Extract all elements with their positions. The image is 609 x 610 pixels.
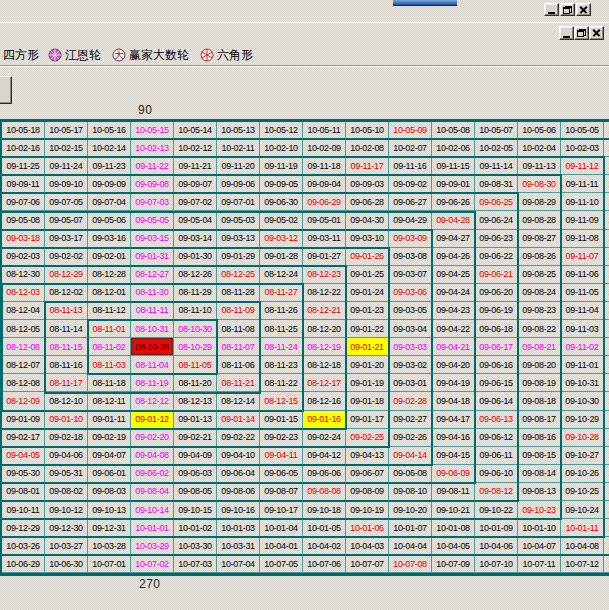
date-cell[interactable]: 09-08-04 — [131, 483, 174, 501]
date-cell[interactable]: 09-04-07 — [88, 447, 131, 465]
date-cell[interactable]: 09-06-10 — [475, 465, 518, 483]
date-cell[interactable]: 10-05-12 — [260, 121, 303, 139]
date-cell[interactable]: 08-12-05 — [2, 320, 45, 338]
date-cell[interactable]: 09-11-10 — [561, 193, 604, 211]
date-cell[interactable]: 10-02-08 — [346, 139, 389, 157]
date-cell[interactable]: 09-01-25 — [346, 266, 389, 284]
date-cell[interactable]: 08-12-24 — [260, 266, 303, 284]
date-cell[interactable]: 10-01-29 — [604, 211, 609, 229]
date-cell[interactable]: 09-08-19 — [518, 374, 561, 392]
date-cell[interactable]: 09-06-30 — [260, 193, 303, 211]
date-cell[interactable]: 09-06-14 — [475, 392, 518, 410]
date-cell[interactable]: 09-01-23 — [346, 302, 389, 320]
date-cell[interactable]: 10-04-08 — [561, 537, 604, 555]
date-cell[interactable]: 08-12-20 — [303, 320, 346, 338]
date-cell[interactable]: 08-12-09 — [2, 392, 45, 410]
date-cell[interactable]: 10-07-02 — [131, 555, 174, 573]
date-cell[interactable]: 09-07-05 — [45, 193, 88, 211]
date-cell[interactable]: 08-12-23 — [303, 266, 346, 284]
date-cell[interactable]: 08-11-16 — [45, 356, 88, 374]
date-cell[interactable]: 09-03-11 — [303, 230, 346, 248]
date-cell[interactable]: 09-05-07 — [45, 211, 88, 229]
date-cell[interactable]: 09-06-29 — [303, 193, 346, 211]
date-cell[interactable]: 09-02-24 — [303, 429, 346, 447]
date-cell[interactable]: 10-06-29 — [2, 555, 45, 573]
date-cell[interactable]: 09-11-06 — [561, 266, 604, 284]
date-cell[interactable]: 09-06-26 — [432, 193, 475, 211]
date-cell[interactable]: 09-03-02 — [389, 356, 432, 374]
date-cell[interactable]: 09-03-16 — [88, 230, 131, 248]
date-cell[interactable]: 09-09-02 — [389, 175, 432, 193]
date-cell[interactable]: 08-12-15 — [260, 392, 303, 410]
date-cell[interactable]: 10-02-13 — [131, 139, 174, 157]
date-cell[interactable]: 09-08-26 — [518, 248, 561, 266]
date-cell[interactable]: 08-11-26 — [260, 302, 303, 320]
minimize-button[interactable] — [544, 3, 559, 16]
date-cell[interactable]: 10-07-09 — [432, 555, 475, 573]
date-cell[interactable]: 09-04-28 — [432, 211, 475, 229]
date-cell[interactable]: 10-05-09 — [389, 121, 432, 139]
date-cell[interactable]: 09-08-13 — [518, 483, 561, 501]
date-cell[interactable]: 09-03-08 — [389, 248, 432, 266]
date-cell[interactable]: 09-08-21 — [518, 338, 561, 356]
date-cell[interactable]: 09-06-22 — [475, 248, 518, 266]
date-cell[interactable]: 10-03-26 — [2, 537, 45, 555]
date-cell[interactable]: 10-03-31 — [217, 537, 260, 555]
date-cell[interactable]: 08-11-05 — [174, 356, 217, 374]
date-cell[interactable]: 09-05-31 — [45, 465, 88, 483]
date-cell[interactable]: 10-07-12 — [561, 555, 604, 573]
date-cell[interactable]: 10-02-02 — [604, 139, 609, 157]
date-cell[interactable]: 09-01-31 — [131, 248, 174, 266]
date-cell[interactable]: 09-11-22 — [131, 157, 174, 175]
date-cell[interactable]: 09-10-20 — [389, 501, 432, 519]
date-cell[interactable]: 08-12-26 — [174, 266, 217, 284]
date-cell[interactable]: 09-09-04 — [303, 175, 346, 193]
date-cell[interactable]: 09-06-18 — [475, 320, 518, 338]
date-cell[interactable]: 10-01-01 — [131, 519, 174, 537]
date-cell[interactable]: 10-01-25 — [604, 284, 609, 302]
date-cell[interactable]: 09-10-14 — [131, 501, 174, 519]
date-cell[interactable]: 09-11-04 — [561, 302, 604, 320]
date-cell[interactable]: 09-10-11 — [2, 501, 45, 519]
date-cell[interactable]: 09-11-01 — [561, 356, 604, 374]
date-cell[interactable]: 09-01-26 — [346, 248, 389, 266]
date-cell[interactable]: 08-12-07 — [2, 356, 45, 374]
date-cell[interactable]: 10-01-06 — [346, 519, 389, 537]
date-cell[interactable]: 10-07-05 — [260, 555, 303, 573]
date-cell[interactable]: 09-08-15 — [518, 447, 561, 465]
date-cell[interactable]: 08-11-06 — [217, 356, 260, 374]
date-cell[interactable]: 09-03-13 — [217, 230, 260, 248]
date-cell[interactable]: 10-01-20 — [604, 374, 609, 392]
date-cell[interactable]: 09-10-12 — [45, 501, 88, 519]
date-cell[interactable]: 08-11-13 — [45, 302, 88, 320]
date-cell[interactable]: 09-11-07 — [561, 248, 604, 266]
date-cell[interactable]: 09-07-04 — [88, 193, 131, 211]
date-cell[interactable]: 09-07-02 — [174, 193, 217, 211]
date-cell[interactable]: 09-06-01 — [88, 465, 131, 483]
date-cell[interactable]: 08-11-28 — [217, 284, 260, 302]
date-cell[interactable]: 10-01-15 — [604, 465, 609, 483]
date-cell[interactable]: 09-06-28 — [346, 193, 389, 211]
date-cell[interactable]: 09-01-27 — [303, 248, 346, 266]
date-cell[interactable]: 09-02-25 — [346, 429, 389, 447]
date-cell[interactable]: 09-06-15 — [475, 374, 518, 392]
date-cell[interactable]: 09-06-07 — [346, 465, 389, 483]
date-cell[interactable]: 10-01-16 — [604, 447, 609, 465]
date-cell[interactable]: 09-08-09 — [346, 483, 389, 501]
date-cell[interactable]: 09-06-23 — [475, 230, 518, 248]
date-cell[interactable]: 09-08-01 — [2, 483, 45, 501]
date-cell[interactable]: 10-05-11 — [303, 121, 346, 139]
date-cell[interactable]: 09-10-13 — [88, 501, 131, 519]
date-cell[interactable]: 09-12-31 — [88, 519, 131, 537]
date-cell[interactable]: 09-08-05 — [174, 483, 217, 501]
date-cell[interactable]: 09-03-18 — [2, 230, 45, 248]
date-cell[interactable]: 09-11-19 — [260, 157, 303, 175]
date-cell[interactable]: 09-06-11 — [475, 447, 518, 465]
date-cell[interactable]: 09-04-12 — [303, 447, 346, 465]
date-cell[interactable]: 09-01-29 — [217, 248, 260, 266]
date-cell[interactable]: 09-02-26 — [389, 429, 432, 447]
date-cell[interactable]: 09-08-27 — [518, 230, 561, 248]
date-cell[interactable]: 10-02-04 — [518, 139, 561, 157]
date-cell[interactable]: 09-04-05 — [2, 447, 45, 465]
date-cell[interactable]: 09-01-15 — [260, 411, 303, 429]
